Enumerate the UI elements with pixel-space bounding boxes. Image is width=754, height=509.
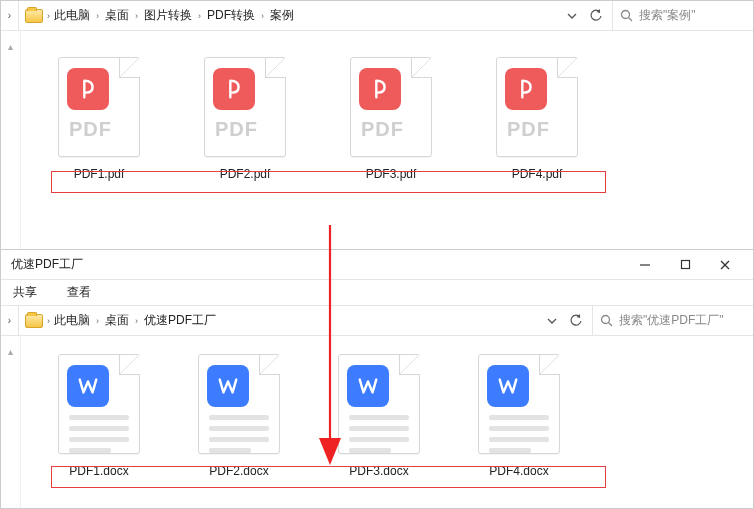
refresh-icon bbox=[569, 314, 583, 328]
refresh-button[interactable] bbox=[584, 2, 608, 30]
window-title: 优速PDF工厂 bbox=[9, 256, 83, 273]
file-item[interactable]: PDF PDF4.pdf bbox=[489, 57, 585, 181]
nav-up-button[interactable]: › bbox=[1, 1, 19, 30]
text-lines-icon bbox=[209, 415, 269, 453]
breadcrumb-item[interactable]: 此电脑 bbox=[54, 7, 90, 24]
breadcrumb: 此电脑 › 桌面 › 优速PDF工厂 bbox=[54, 312, 216, 329]
file-type-label: PDF bbox=[205, 118, 285, 141]
file-type-label: PDF bbox=[351, 118, 431, 141]
file-name[interactable]: PDF3.pdf bbox=[366, 167, 417, 181]
breadcrumb: 此电脑 › 桌面 › 图片转换 › PDF转换 › 案例 bbox=[54, 7, 294, 24]
chevron-right-icon: › bbox=[261, 11, 264, 21]
menu-bar: 共享 查看 bbox=[1, 280, 753, 306]
file-name[interactable]: PDF3.docx bbox=[349, 464, 408, 478]
file-pane[interactable]: PDF PDF1.pdf PDF PDF2.pdf bbox=[21, 31, 753, 249]
svg-point-6 bbox=[601, 316, 609, 324]
folder-icon bbox=[25, 9, 43, 23]
word-badge-icon bbox=[347, 365, 389, 407]
address-bar-row: › › 此电脑 › 桌面 › 优速PDF工厂 bbox=[1, 306, 753, 336]
svg-line-1 bbox=[628, 18, 632, 22]
word-badge-icon bbox=[487, 365, 529, 407]
maximize-icon bbox=[680, 259, 691, 270]
search-placeholder: 搜索"案例" bbox=[639, 7, 696, 24]
chevron-right-icon: › bbox=[135, 316, 138, 326]
file-name[interactable]: PDF4.pdf bbox=[512, 167, 563, 181]
maximize-button[interactable] bbox=[665, 250, 705, 280]
nav-up-button[interactable]: › bbox=[1, 306, 19, 335]
file-item[interactable]: PDF PDF3.pdf bbox=[343, 57, 439, 181]
minimize-icon bbox=[639, 259, 651, 271]
file-item[interactable]: PDF PDF2.pdf bbox=[197, 57, 293, 181]
file-name[interactable]: PDF2.docx bbox=[209, 464, 268, 478]
nav-pane-collapsed[interactable]: ▴ bbox=[1, 336, 21, 508]
docx-file-icon bbox=[478, 354, 560, 454]
file-item[interactable]: PDF4.docx bbox=[471, 354, 567, 478]
close-button[interactable] bbox=[705, 250, 745, 280]
chevron-right-icon: › bbox=[47, 316, 50, 326]
docx-file-icon bbox=[58, 354, 140, 454]
window-controls bbox=[625, 250, 745, 280]
chevron-right-icon: › bbox=[135, 11, 138, 21]
file-name[interactable]: PDF4.docx bbox=[489, 464, 548, 478]
file-item[interactable]: PDF1.docx bbox=[51, 354, 147, 478]
file-item[interactable]: PDF3.docx bbox=[331, 354, 427, 478]
address-bar[interactable]: › 此电脑 › 桌面 › 图片转换 › PDF转换 › 案例 bbox=[19, 1, 613, 30]
address-bar-row: › › 此电脑 › 桌面 › 图片转换 › PDF转换 › 案例 bbox=[1, 1, 753, 31]
search-icon bbox=[619, 9, 633, 23]
explorer-window-source: › › 此电脑 › 桌面 › 图片转换 › PDF转换 › 案例 bbox=[0, 0, 754, 250]
chevron-right-icon: › bbox=[8, 315, 11, 326]
chevron-right-icon: › bbox=[8, 10, 11, 21]
file-pane[interactable]: PDF1.docx PDF2.docx bbox=[21, 336, 753, 508]
search-input[interactable]: 搜索"优速PDF工厂" bbox=[593, 306, 753, 335]
refresh-button[interactable] bbox=[564, 307, 588, 335]
breadcrumb-item[interactable]: 桌面 bbox=[105, 7, 129, 24]
chevron-right-icon: › bbox=[96, 316, 99, 326]
svg-point-0 bbox=[621, 11, 629, 19]
chevron-down-icon bbox=[547, 316, 557, 326]
file-name[interactable]: PDF2.pdf bbox=[220, 167, 271, 181]
minimize-button[interactable] bbox=[625, 250, 665, 280]
content-area: ▴ PDF1.docx bbox=[1, 336, 753, 508]
file-item[interactable]: PDF PDF1.pdf bbox=[51, 57, 147, 181]
text-lines-icon bbox=[69, 415, 129, 453]
file-name[interactable]: PDF1.docx bbox=[69, 464, 128, 478]
chevron-right-icon: › bbox=[198, 11, 201, 21]
word-badge-icon bbox=[67, 365, 109, 407]
nav-pane-collapsed[interactable]: ▴ bbox=[1, 31, 21, 249]
chevron-up-icon: ▴ bbox=[8, 41, 13, 52]
address-dropdown[interactable] bbox=[560, 2, 584, 30]
word-badge-icon bbox=[207, 365, 249, 407]
breadcrumb-item[interactable]: 图片转换 bbox=[144, 7, 192, 24]
pdf-file-icon: PDF bbox=[350, 57, 432, 157]
chevron-up-icon: ▴ bbox=[8, 346, 13, 357]
text-lines-icon bbox=[349, 415, 409, 453]
search-input[interactable]: 搜索"案例" bbox=[613, 1, 753, 30]
pdf-badge-icon bbox=[505, 68, 547, 110]
svg-line-7 bbox=[608, 323, 612, 327]
file-type-label: PDF bbox=[497, 118, 577, 141]
file-grid: PDF1.docx PDF2.docx bbox=[51, 354, 753, 478]
pdf-file-icon: PDF bbox=[58, 57, 140, 157]
breadcrumb-item[interactable]: 此电脑 bbox=[54, 312, 90, 329]
menu-view[interactable]: 查看 bbox=[67, 284, 91, 301]
folder-icon bbox=[25, 314, 43, 328]
search-placeholder: 搜索"优速PDF工厂" bbox=[619, 312, 724, 329]
breadcrumb-item[interactable]: 案例 bbox=[270, 7, 294, 24]
chevron-right-icon: › bbox=[96, 11, 99, 21]
content-area: ▴ PDF PDF1.pdf bbox=[1, 31, 753, 249]
menu-share[interactable]: 共享 bbox=[13, 284, 37, 301]
address-dropdown[interactable] bbox=[540, 307, 564, 335]
chevron-down-icon bbox=[567, 11, 577, 21]
breadcrumb-item[interactable]: PDF转换 bbox=[207, 7, 255, 24]
file-item[interactable]: PDF2.docx bbox=[191, 354, 287, 478]
file-name[interactable]: PDF1.pdf bbox=[74, 167, 125, 181]
close-icon bbox=[719, 259, 731, 271]
breadcrumb-item[interactable]: 优速PDF工厂 bbox=[144, 312, 216, 329]
pdf-file-icon: PDF bbox=[204, 57, 286, 157]
pdf-file-icon: PDF bbox=[496, 57, 578, 157]
address-bar[interactable]: › 此电脑 › 桌面 › 优速PDF工厂 bbox=[19, 306, 593, 335]
pdf-badge-icon bbox=[359, 68, 401, 110]
title-bar: 优速PDF工厂 bbox=[1, 250, 753, 280]
breadcrumb-item[interactable]: 桌面 bbox=[105, 312, 129, 329]
refresh-icon bbox=[589, 9, 603, 23]
